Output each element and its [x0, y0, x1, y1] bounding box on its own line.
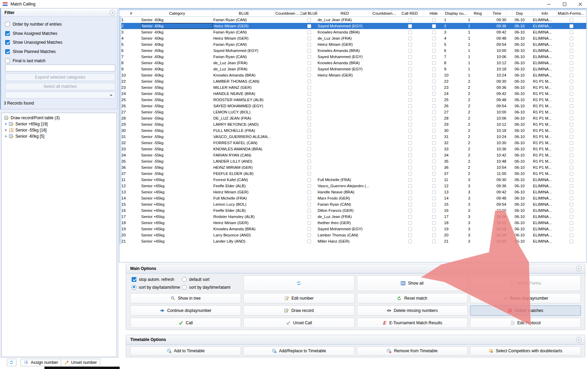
table-row[interactable]: 24Senior -55kgHANDLE NEAVE (BRA)24209:42…: [119, 91, 586, 97]
hide-checkbox[interactable]: [424, 84, 444, 91]
call-blue-checkbox[interactable]: [300, 226, 318, 232]
call-blue-checkbox[interactable]: [300, 121, 318, 127]
call-red-checkbox[interactable]: [396, 41, 424, 47]
call-red-checkbox[interactable]: [396, 84, 424, 91]
call-blue-checkbox[interactable]: [300, 103, 318, 109]
expander-icon[interactable]: [5, 129, 7, 132]
match-forms-checkbox[interactable]: [557, 72, 586, 78]
table-row[interactable]: 31Senior -55kgVASCO_GUERRERO ALEJAN...31…: [119, 134, 586, 140]
call-blue-checkbox[interactable]: [300, 29, 318, 35]
call-red-checkbox[interactable]: [396, 29, 424, 35]
call-red-checkbox[interactable]: [396, 152, 424, 158]
table-row[interactable]: 32Senior -55kgFORREST KAFEL (CAN)32210:3…: [119, 140, 586, 146]
table-row[interactable]: 10Senior -60kgKnowles Amanda (BRA)Heinz …: [119, 72, 586, 78]
hide-checkbox[interactable]: [424, 195, 444, 201]
call-red-checkbox[interactable]: [396, 214, 424, 220]
tree-item-senior-65kg-19-[interactable]: Senior +65kg [19]: [2, 121, 117, 127]
hide-checkbox[interactable]: [424, 29, 444, 35]
table-row[interactable]: 37Senior -55kgFEEFLE ELDER (ALB)37211:00…: [119, 170, 586, 177]
hide-checkbox[interactable]: [424, 220, 444, 226]
hide-checkbox[interactable]: [424, 121, 444, 127]
unset-number-button[interactable]: Unset number: [61, 359, 100, 366]
call-red-checkbox[interactable]: [396, 35, 424, 41]
hide-checkbox[interactable]: [424, 207, 444, 214]
delete-matches-button[interactable]: Delete matches: [470, 305, 581, 316]
unset-call-button[interactable]: Unset Call: [243, 318, 354, 328]
table-row[interactable]: 28Senior -55kgDE_LUZ JEAN (FRA)28210:060…: [119, 115, 586, 121]
hide-checkbox[interactable]: [424, 170, 444, 177]
filter-checkbox-show-assigned-matches[interactable]: Show Assigned Matches: [5, 31, 57, 36]
call-red-checkbox[interactable]: [396, 121, 424, 127]
match-forms-checkbox[interactable]: [557, 109, 586, 115]
call-red-checkbox[interactable]: [396, 23, 424, 29]
call-red-checkbox[interactable]: [396, 232, 424, 238]
expander-icon[interactable]: [5, 135, 7, 138]
hide-checkbox[interactable]: [424, 146, 444, 152]
match-forms-checkbox[interactable]: [557, 152, 586, 158]
call-red-checkbox[interactable]: [396, 103, 424, 109]
column-header-countdown[interactable]: Countdown...: [372, 10, 396, 16]
close-button[interactable]: [572, 0, 588, 8]
filter-search-input[interactable]: [5, 65, 115, 71]
maximize-button[interactable]: [557, 0, 572, 8]
hide-checkbox[interactable]: [424, 103, 444, 109]
table-row[interactable]: 8Senior -60kgde_Luz Jean (FRA)Knowles Am…: [119, 60, 586, 66]
add-replace-to-timetable-button[interactable]: Add/Replace to Timetable: [243, 346, 354, 355]
hide-checkbox[interactable]: [424, 140, 444, 146]
call-red-checkbox[interactable]: [396, 54, 424, 60]
add-to-timetable-button[interactable]: Add to Timetable: [130, 346, 241, 355]
match-forms-checkbox[interactable]: [557, 17, 586, 23]
call-blue-checkbox[interactable]: [300, 127, 318, 134]
collapse-filter-button[interactable]: [110, 10, 115, 15]
match-forms-checkbox[interactable]: [557, 220, 586, 226]
call-blue-checkbox[interactable]: [300, 109, 318, 115]
tree-root-item[interactable]: Draw record/Point table (3): [2, 115, 117, 121]
match-forms-checkbox[interactable]: [557, 103, 586, 109]
table-row[interactable]: 21Senior +65kgLander Lilly (AND)Miller H…: [119, 238, 586, 244]
call-red-checkbox[interactable]: [396, 226, 424, 232]
call-blue-checkbox[interactable]: [300, 134, 318, 140]
match-forms-checkbox[interactable]: [557, 238, 586, 244]
column-header-day[interactable]: Day: [506, 10, 533, 16]
match-forms-checkbox[interactable]: [557, 158, 586, 164]
match-forms-checkbox[interactable]: [557, 84, 586, 91]
match-forms-button[interactable]: Match-Forms: [470, 275, 581, 291]
match-forms-checkbox[interactable]: [557, 170, 586, 177]
hide-checkbox[interactable]: [424, 60, 444, 66]
reset-displaynumber-button[interactable]: Reset displaynumber: [470, 293, 581, 303]
call-blue-checkbox[interactable]: [300, 84, 318, 91]
match-forms-checkbox[interactable]: [557, 183, 586, 189]
call-blue-checkbox[interactable]: [300, 54, 318, 60]
call-blue-checkbox[interactable]: [300, 220, 318, 226]
reset-match-button[interactable]: Reset match: [357, 293, 468, 303]
call-blue-checkbox[interactable]: [300, 238, 318, 244]
match-forms-checkbox[interactable]: [557, 41, 586, 47]
hide-checkbox[interactable]: [424, 66, 444, 72]
call-red-checkbox[interactable]: [396, 109, 424, 115]
column-header-countdown[interactable]: Countdown ...: [275, 10, 300, 16]
table-row[interactable]: 23Senior -55kgMILLER HANZ (GER)23209:360…: [119, 84, 586, 91]
hide-checkbox[interactable]: [424, 214, 444, 220]
select-all-matches-button[interactable]: Select all matches: [5, 83, 115, 90]
table-row[interactable]: 30Senior -55kgFULL MICHELLE (FRA)30210:1…: [119, 127, 586, 134]
match-forms-checkbox[interactable]: [557, 140, 586, 146]
hide-checkbox[interactable]: [424, 23, 444, 29]
call-blue-checkbox[interactable]: [300, 152, 318, 158]
call-blue-checkbox[interactable]: [300, 201, 318, 207]
hide-checkbox[interactable]: [424, 109, 444, 115]
hide-checkbox[interactable]: [424, 189, 444, 195]
call-red-checkbox[interactable]: [396, 115, 424, 121]
match-forms-checkbox[interactable]: [557, 127, 586, 134]
edit-number-button[interactable]: Edit number: [243, 293, 354, 303]
table-row[interactable]: 19Senior +65kgKnowles Amanda (BRA)Sayed …: [119, 226, 586, 232]
call-red-checkbox[interactable]: [396, 238, 424, 244]
hide-checkbox[interactable]: [424, 78, 444, 84]
call-red-checkbox[interactable]: [396, 170, 424, 177]
hide-checkbox[interactable]: [424, 134, 444, 140]
hide-checkbox[interactable]: [424, 183, 444, 189]
call-blue-checkbox[interactable]: [300, 97, 318, 103]
call-red-checkbox[interactable]: [396, 207, 424, 214]
match-forms-checkbox[interactable]: [557, 47, 586, 54]
call-red-checkbox[interactable]: [396, 78, 424, 84]
call-red-checkbox[interactable]: [396, 177, 424, 183]
